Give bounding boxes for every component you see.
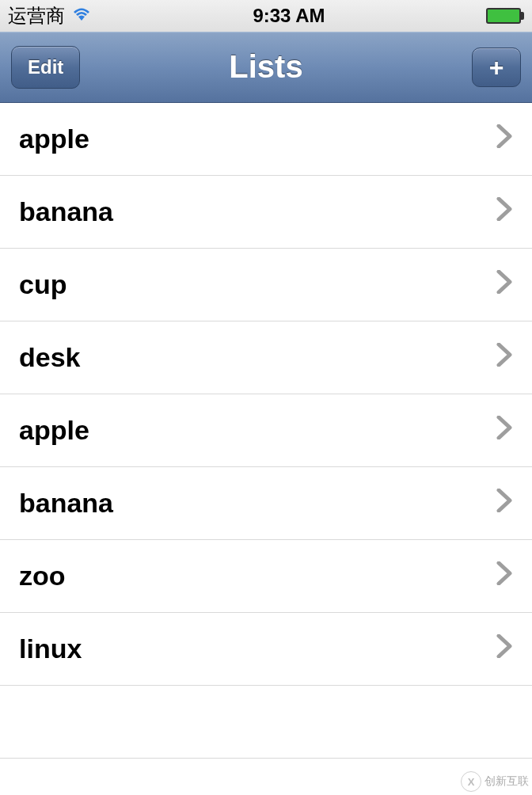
watermark: X 创新互联 <box>461 771 529 792</box>
chevron-right-icon <box>496 489 513 518</box>
edit-button[interactable]: Edit <box>11 46 80 89</box>
list: apple banana cup desk apple banana zoo <box>0 103 532 759</box>
add-button[interactable]: + <box>472 48 521 87</box>
status-bar: 运营商 9:33 AM <box>0 0 532 32</box>
list-item-label: apple <box>19 415 89 446</box>
chevron-right-icon <box>496 561 513 591</box>
carrier-label: 运营商 <box>8 3 65 29</box>
chevron-right-icon <box>496 197 513 226</box>
chevron-right-icon <box>496 124 513 154</box>
list-item[interactable]: desk <box>0 321 532 394</box>
watermark-logo-icon: X <box>461 771 481 792</box>
list-item[interactable]: banana <box>0 467 532 540</box>
chevron-right-icon <box>496 634 513 664</box>
list-item[interactable]: linux <box>0 613 532 686</box>
chevron-right-icon <box>496 270 513 299</box>
status-left: 运营商 <box>8 3 92 29</box>
list-item-label: zoo <box>19 561 66 591</box>
watermark-text: 创新互联 <box>484 774 529 789</box>
list-item-empty <box>0 686 532 759</box>
list-item[interactable]: cup <box>0 249 532 321</box>
list-item[interactable]: banana <box>0 176 532 249</box>
battery-icon <box>486 8 524 24</box>
list-item-label: banana <box>19 488 113 519</box>
list-item-label: cup <box>19 269 66 300</box>
list-item-label: desk <box>19 342 81 373</box>
chevron-right-icon <box>496 416 513 445</box>
list-item[interactable]: apple <box>0 394 532 467</box>
list-item-label: apple <box>19 124 89 154</box>
status-time: 9:33 AM <box>253 5 325 27</box>
wifi-icon <box>71 5 92 27</box>
list-item[interactable]: zoo <box>0 540 532 613</box>
nav-bar: Edit Lists + <box>0 32 532 103</box>
list-item[interactable]: apple <box>0 103 532 176</box>
list-item-label: linux <box>19 633 82 664</box>
list-item-label: banana <box>19 196 113 227</box>
chevron-right-icon <box>496 343 513 372</box>
nav-title: Lists <box>229 49 302 85</box>
